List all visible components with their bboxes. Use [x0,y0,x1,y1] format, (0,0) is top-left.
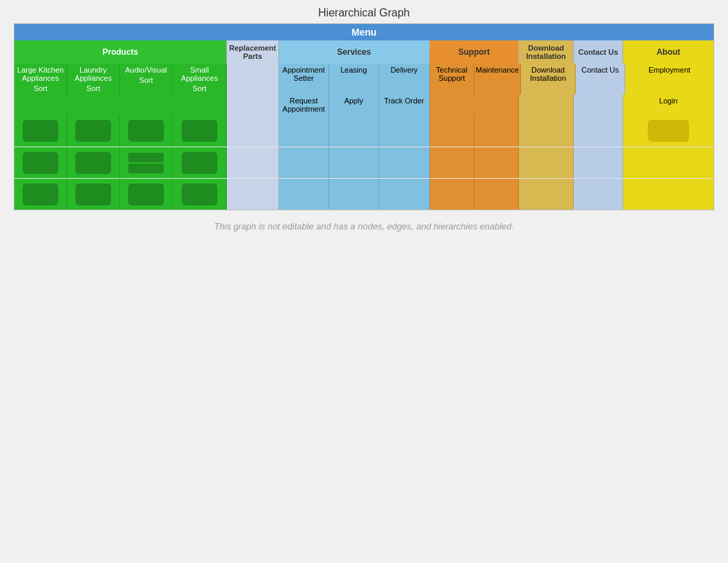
section-header-row: Products Replacement Parts Services Supp… [14,40,714,64]
node [128,120,164,142]
services-sub2-track: Track Order [379,95,430,115]
support-sub-maintenance: Maintenance [474,64,521,95]
services-sub-delivery: Delivery [379,64,430,95]
content-row-2 [14,147,714,178]
services-sub-appt: Appointment Setter [279,64,329,95]
node [23,184,58,205]
content-row-3 [14,178,714,210]
about-sub-employment: Employment [625,64,714,95]
support-section-header: Support [430,40,519,64]
node [23,152,58,174]
menu-bar: Menu [14,24,714,40]
product-sub-small: Small Appliances Sort [173,64,227,95]
about-section-header: About [623,40,714,64]
node [128,153,164,162]
node [182,152,217,174]
page-title: Hierarchical Graph [318,7,409,18]
sort-audio[interactable]: Sort [139,76,153,84]
node [128,184,164,205]
contact-section-header: Contact Us [574,40,623,64]
contact-sub: Contact Us [576,64,625,95]
services-sub2-apply[interactable]: Apply [329,95,379,115]
bottom-note: This graph is not editable and has a nod… [0,221,728,232]
sub-header-row: Large Kitchen Appliances Sort Laundry Ap… [14,64,714,95]
about-login[interactable]: Login [623,95,714,115]
node [648,120,689,142]
node [75,120,111,142]
services-sub-leasing: Leasing [329,64,379,95]
replacement-section-header: Replacement Parts [227,40,279,64]
page-title-area: Hierarchical Graph [0,0,728,23]
product-sub-laundry: Laundry Appliances Sort [67,64,120,95]
sort-laundry[interactable]: Sort [86,84,100,92]
graph-container: Menu Products Replacement Parts Services… [14,23,714,210]
node [182,120,217,142]
node [23,120,58,142]
sub-header-row2: Request Appointment Apply Track Order Lo… [14,95,714,115]
sort-small[interactable]: Sort [193,84,206,92]
node [75,184,111,205]
node [75,152,111,174]
services-section-header: Services [279,40,430,64]
products-section-header: Products [14,40,227,64]
node [128,164,164,173]
product-sub-large-kitchen: Large Kitchen Appliances Sort [14,64,67,95]
sort-large-kitchen[interactable]: Sort [34,84,47,92]
support-sub-tech: Technical Support [430,64,474,95]
replacement-sub [227,64,279,95]
product-sub-audio: Audio/Visual Sort [120,64,173,95]
menu-label: Menu [352,27,377,38]
services-sub2-request: Request Appointment [279,95,329,115]
content-row-1 [14,115,714,147]
node [182,184,217,205]
download-sub: Download Installation [521,64,576,95]
download-section-header: Download Installation [519,40,574,64]
